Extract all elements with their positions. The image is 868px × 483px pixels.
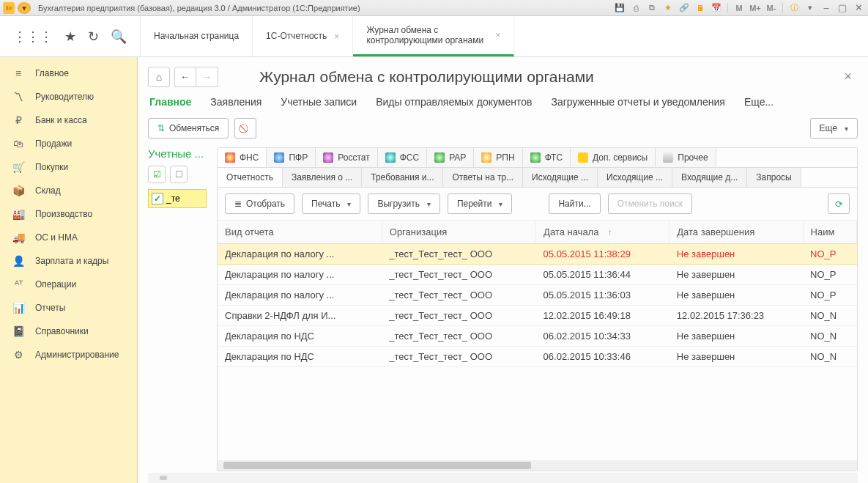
- agency-tab[interactable]: Доп. сервисы: [571, 148, 656, 167]
- agency-tab[interactable]: ФНС: [218, 148, 267, 167]
- section-tab[interactable]: Главное: [149, 96, 191, 111]
- calculator-icon[interactable]: 🖩: [694, 2, 707, 14]
- sidebar-item[interactable]: ᴬᵀОперации: [0, 273, 137, 296]
- sidebar-item[interactable]: 🛒Покупки: [0, 155, 137, 179]
- history-icon[interactable]: ↻: [88, 29, 99, 45]
- sub-tab[interactable]: Требования и...: [362, 168, 443, 187]
- sub-tab[interactable]: Отчетность: [218, 168, 283, 187]
- table-cell: NO_P: [803, 244, 856, 265]
- check-all-button[interactable]: ☑: [148, 166, 166, 183]
- sub-tab[interactable]: Входящие д...: [672, 168, 747, 187]
- horizontal-scrollbar[interactable]: [218, 460, 857, 471]
- print-button[interactable]: Печать▾: [302, 193, 360, 214]
- sidebar-item-icon: ₽: [12, 114, 25, 126]
- account-row[interactable]: ✓ _те: [148, 189, 207, 208]
- reports-grid[interactable]: Вид отчетаОрганизацияДата начала↑Дата за…: [218, 221, 857, 460]
- dropdown-button[interactable]: ▾: [18, 2, 31, 14]
- column-header[interactable]: Дата начала↑: [536, 221, 669, 244]
- agency-tab[interactable]: ФТС: [523, 148, 571, 167]
- agency-tab[interactable]: Росстат: [316, 148, 377, 167]
- copy-icon[interactable]: ⧉: [645, 2, 659, 14]
- section-tab[interactable]: Загруженные отчеты и уведомления: [551, 96, 725, 111]
- sub-tab[interactable]: Ответы на тр...: [443, 168, 523, 187]
- top-tab[interactable]: Журнал обмена с контролирующими органами…: [353, 16, 514, 56]
- agency-label: РАР: [449, 152, 466, 163]
- minimize-button[interactable]: –: [820, 2, 833, 14]
- sidebar-item[interactable]: 🚚ОС и НМА: [0, 226, 137, 249]
- sub-tab[interactable]: Запросы: [747, 168, 801, 187]
- sidebar-item[interactable]: 👤Зарплата и кадры: [0, 249, 137, 273]
- refresh-button[interactable]: ⟳: [828, 193, 850, 214]
- panel-resizer[interactable]: [148, 473, 858, 483]
- table-row[interactable]: Справки 2-НДФЛ для И..._тест_Тест_тест_ …: [218, 306, 857, 326]
- agency-tab[interactable]: ФСС: [378, 148, 427, 167]
- top-tab[interactable]: 1С-Отчетность×: [253, 16, 353, 56]
- table-row[interactable]: Декларация по налогу ..._тест_Тест_тест_…: [218, 265, 857, 285]
- sidebar-item[interactable]: 📦Склад: [0, 179, 137, 202]
- section-tab[interactable]: Еще...: [744, 96, 774, 111]
- back-button[interactable]: ←: [174, 67, 196, 87]
- calendar-icon[interactable]: 📅: [710, 2, 723, 14]
- section-tab[interactable]: Виды отправляемых документов: [376, 96, 532, 111]
- forward-button[interactable]: →: [196, 67, 218, 87]
- close-page-button[interactable]: ×: [838, 66, 858, 87]
- table-row[interactable]: Декларация по налогу ..._тест_Тест_тест_…: [218, 285, 857, 306]
- sidebar-item-label: Администрирование: [35, 350, 119, 360]
- table-row[interactable]: Декларация по НДС_тест_Тест_тест_ ООО06.…: [218, 347, 857, 367]
- sidebar-item-label: Руководителю: [35, 92, 94, 102]
- checkbox-icon[interactable]: ✓: [152, 193, 163, 204]
- sidebar-item[interactable]: ≡Главное: [0, 62, 137, 85]
- tab-close-icon[interactable]: ×: [495, 30, 500, 40]
- sidebar-item[interactable]: 📊Отчеты: [0, 296, 137, 320]
- memory-mminus-button[interactable]: M-: [765, 2, 778, 14]
- find-button[interactable]: Найти...: [549, 193, 600, 214]
- sidebar-item[interactable]: 🏭Производство: [0, 202, 137, 226]
- close-button[interactable]: ✕: [852, 2, 865, 14]
- maximize-button[interactable]: ▢: [836, 2, 849, 14]
- agency-tab[interactable]: Прочее: [656, 148, 716, 167]
- save-icon[interactable]: 💾: [613, 2, 626, 14]
- memory-mplus-button[interactable]: M+: [749, 2, 762, 14]
- sidebar-item[interactable]: ₽Банк и касса: [0, 108, 137, 132]
- filter-button[interactable]: ≣Отобрать: [225, 193, 294, 214]
- top-tab[interactable]: Начальная страница: [141, 16, 253, 56]
- agency-tab[interactable]: РАР: [427, 148, 474, 167]
- link-icon[interactable]: 🔗: [678, 2, 691, 14]
- apps-icon[interactable]: ⋮⋮⋮: [13, 29, 53, 45]
- memory-m-button[interactable]: M: [732, 2, 746, 14]
- table-row[interactable]: Декларация по НДС_тест_Тест_тест_ ООО06.…: [218, 326, 857, 347]
- sidebar-item[interactable]: ⚙Администрирование: [0, 343, 137, 366]
- agency-icon: [663, 152, 673, 163]
- print-icon[interactable]: ⎙: [629, 2, 642, 14]
- goto-button[interactable]: Перейти▾: [448, 193, 513, 214]
- favorite-icon[interactable]: ★: [661, 2, 675, 14]
- exchange-button[interactable]: ⇅Обменяться: [148, 118, 229, 139]
- sidebar-item[interactable]: 🛍Продажи: [0, 132, 137, 155]
- agency-label: Росстат: [338, 152, 369, 163]
- column-header[interactable]: Вид отчета: [218, 221, 382, 244]
- sub-tab[interactable]: Исходящие ...: [523, 168, 598, 187]
- agency-icon: [434, 152, 445, 163]
- sidebar-item[interactable]: 〽Руководителю: [0, 85, 137, 108]
- sidebar-item[interactable]: 📓Справочники: [0, 320, 137, 343]
- tab-close-icon[interactable]: ×: [334, 32, 339, 42]
- uncheck-all-button[interactable]: ☐: [170, 166, 188, 183]
- more-button[interactable]: Еще▾: [810, 118, 858, 139]
- column-header[interactable]: Организация: [382, 221, 535, 244]
- home-button[interactable]: ⌂: [148, 67, 170, 87]
- sub-tab[interactable]: Заявления о ...: [283, 168, 362, 187]
- section-tab[interactable]: Заявления: [210, 96, 261, 111]
- column-header[interactable]: Наим: [803, 221, 856, 244]
- agency-tab[interactable]: РПН: [474, 148, 522, 167]
- cancel-exchange-button[interactable]: ⃠: [234, 118, 256, 139]
- dropdown-icon[interactable]: ▾: [804, 2, 817, 14]
- info-icon[interactable]: ⓘ: [787, 2, 801, 14]
- column-header[interactable]: Дата завершения: [669, 221, 803, 244]
- search-icon[interactable]: 🔍: [111, 29, 127, 45]
- agency-tab[interactable]: ПФР: [267, 148, 316, 167]
- table-row[interactable]: Декларация по налогу ..._тест_Тест_тест_…: [218, 244, 857, 265]
- sub-tab[interactable]: Исходящие ...: [598, 168, 672, 187]
- section-tab[interactable]: Учетные записи: [281, 96, 357, 111]
- star-icon[interactable]: ★: [64, 29, 76, 45]
- export-button[interactable]: Выгрузить▾: [368, 193, 440, 214]
